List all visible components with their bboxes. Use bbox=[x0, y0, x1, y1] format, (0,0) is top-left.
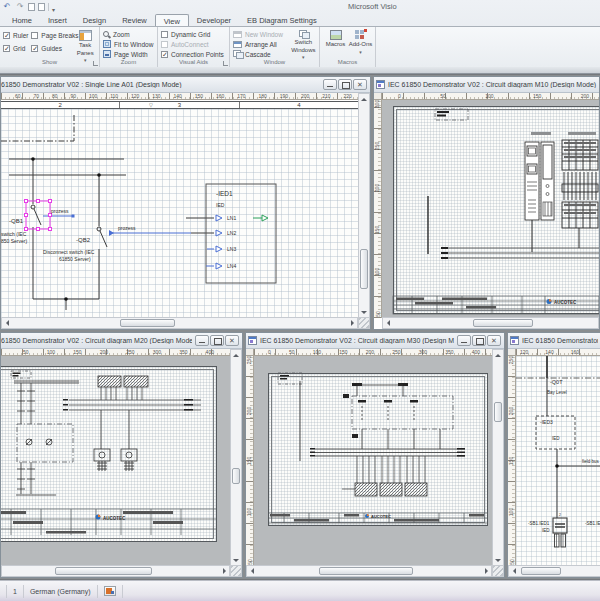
minimize-button[interactable] bbox=[323, 79, 337, 90]
window-single-line-a01[interactable]: 61850 Demonstrator V02 : Single Line A01… bbox=[0, 76, 371, 330]
horizontal-scrollbar[interactable] bbox=[1, 317, 358, 329]
minimize-button[interactable] bbox=[195, 335, 209, 346]
port-label-ln4: LN4 bbox=[227, 263, 236, 269]
window-title-bar[interactable]: IEC 61850 Demonstrator V02 : Circuit dia… bbox=[246, 333, 504, 349]
scroll-left-icon[interactable] bbox=[248, 568, 254, 574]
zoom-button[interactable]: Zoom bbox=[103, 29, 155, 39]
horizontal-scrollbar[interactable] bbox=[508, 565, 600, 577]
horizontal-scroll-thumb[interactable] bbox=[120, 319, 175, 327]
connection-points-label: Connection Points bbox=[171, 51, 224, 58]
ruler-checkbox[interactable]: Ruler bbox=[3, 31, 31, 40]
window-title: IEC 61850 Demonstrator V02 : Circuit dia… bbox=[260, 337, 454, 344]
close-button[interactable] bbox=[353, 79, 367, 90]
circuit-m30-diagram[interactable]: AUCOTEC bbox=[254, 356, 492, 566]
scroll-left-icon[interactable] bbox=[3, 320, 9, 326]
undo-icon[interactable]: ↶ bbox=[2, 2, 12, 11]
ruler-number: 150 bbox=[508, 457, 516, 465]
close-button[interactable] bbox=[225, 335, 239, 346]
new-window-icon[interactable] bbox=[38, 3, 45, 11]
minimize-button[interactable] bbox=[457, 335, 471, 346]
ruler-number: 0 bbox=[268, 349, 271, 355]
ruler-number: 120 bbox=[520, 349, 528, 355]
redo-icon[interactable]: ↷ bbox=[15, 2, 25, 11]
checkbox-icon[interactable] bbox=[31, 32, 38, 39]
macros-button[interactable]: Macros bbox=[323, 28, 348, 59]
checkbox-icon[interactable] bbox=[31, 45, 38, 52]
window-title-bar[interactable]: 61850 Demonstrator V02 : Circuit diagram… bbox=[1, 333, 242, 349]
bay-level-diagram[interactable]: -Q0T Bay Level -IED3 IED field bus 2 -SB… bbox=[516, 356, 600, 566]
vertical-scrollbar[interactable] bbox=[492, 349, 504, 566]
scroll-up-icon[interactable] bbox=[233, 351, 239, 357]
window-title-bar[interactable]: IEC 61850 Demonstrator V02 : bbox=[508, 333, 600, 349]
checkbox-icon[interactable] bbox=[161, 31, 168, 38]
fit-to-window-button[interactable]: Fit to Window bbox=[103, 39, 155, 49]
window-single-line-partial[interactable]: IEC 61850 Demonstrator V02 : 120140160 2… bbox=[507, 332, 600, 578]
scroll-up-icon[interactable] bbox=[495, 351, 501, 357]
horizontal-scrollbar[interactable] bbox=[382, 317, 599, 329]
grid-checkbox[interactable]: Grid bbox=[3, 44, 31, 53]
maximize-button[interactable] bbox=[210, 335, 224, 346]
page-breaks-checkbox[interactable]: Page Breaks bbox=[31, 31, 73, 40]
ruler-number: 200 bbox=[246, 406, 254, 414]
horizontal-scroll-thumb[interactable] bbox=[521, 567, 561, 575]
arrange-all-button[interactable]: Arrange All bbox=[233, 39, 290, 49]
scroll-left-icon[interactable] bbox=[510, 568, 516, 574]
horizontal-scrollbar[interactable] bbox=[1, 565, 230, 577]
ruler-number: 300 bbox=[374, 100, 382, 108]
horizontal-scrollbar[interactable] bbox=[246, 565, 492, 577]
resize-grip[interactable] bbox=[492, 565, 504, 577]
show-dialog-launcher-icon[interactable] bbox=[93, 61, 98, 66]
checkbox-icon[interactable] bbox=[161, 51, 168, 58]
circuit-m20-diagram[interactable]: AUCOTEC bbox=[1, 356, 230, 566]
ruler-number: 140 bbox=[545, 349, 553, 355]
checkbox-icon[interactable] bbox=[3, 45, 10, 52]
horizontal-ruler: 050100150200250300350400 bbox=[254, 349, 492, 356]
close-button[interactable] bbox=[487, 335, 501, 346]
connection-points-checkbox[interactable]: Connection Points bbox=[161, 49, 227, 59]
resize-grip[interactable] bbox=[358, 317, 370, 329]
document-icon[interactable] bbox=[28, 3, 35, 11]
resize-grip[interactable] bbox=[230, 565, 242, 577]
language-indicator[interactable]: German (Germany) bbox=[30, 588, 91, 595]
checkbox-icon[interactable] bbox=[3, 32, 10, 39]
horizontal-scroll-thumb[interactable] bbox=[55, 567, 152, 575]
dynamic-grid-checkbox[interactable]: Dynamic Grid bbox=[161, 29, 227, 39]
addons-button[interactable]: Add-Ons bbox=[348, 28, 373, 59]
vertical-scroll-thumb[interactable] bbox=[360, 249, 368, 289]
scroll-down-icon[interactable] bbox=[233, 559, 239, 565]
sb1-subtitle: IED bbox=[542, 528, 550, 533]
scroll-down-icon[interactable] bbox=[361, 311, 367, 317]
maximize-button[interactable] bbox=[472, 335, 486, 346]
single-line-diagram[interactable]: -QB1 switch (IEC 850 Server) prozess -QB… bbox=[1, 109, 358, 318]
task-panes-button[interactable]: Task Panes bbox=[73, 28, 97, 63]
scroll-down-icon[interactable] bbox=[495, 559, 501, 565]
cascade-button[interactable]: Cascade bbox=[233, 49, 290, 59]
guides-checkbox[interactable]: Guides bbox=[31, 44, 73, 53]
window-title-bar[interactable]: 61850 Demonstrator V02 : Single Line A01… bbox=[1, 77, 370, 93]
window-circuit-m20[interactable]: 61850 Demonstrator V02 : Circuit diagram… bbox=[0, 332, 243, 578]
scroll-up-icon[interactable] bbox=[361, 95, 367, 101]
switch-windows-button[interactable]: Switch Windows bbox=[290, 28, 317, 60]
aucotec-logo-text: AUCOTEC bbox=[103, 516, 126, 521]
vertical-scroll-thumb[interactable] bbox=[494, 402, 502, 422]
vertical-scrollbar[interactable] bbox=[230, 349, 242, 566]
port-label-ln2: LN2 bbox=[227, 230, 236, 236]
scroll-right-icon[interactable] bbox=[223, 568, 229, 574]
page-width-button[interactable]: Page Width bbox=[103, 49, 155, 59]
page-indicator[interactable]: 1 bbox=[13, 588, 17, 595]
horizontal-scroll-thumb[interactable] bbox=[473, 319, 533, 327]
maximize-button[interactable] bbox=[338, 79, 352, 90]
visual-aids-dialog-launcher-icon[interactable] bbox=[223, 61, 228, 66]
window-circuit-m30[interactable]: IEC 61850 Demonstrator V02 : Circuit dia… bbox=[245, 332, 505, 578]
scroll-right-icon[interactable] bbox=[351, 320, 357, 326]
vertical-scroll-thumb[interactable] bbox=[232, 468, 240, 484]
window-circuit-m10[interactable]: IEC 61850 Demonstrator V02 : Circuit dia… bbox=[373, 76, 600, 330]
horizontal-scroll-thumb[interactable] bbox=[319, 567, 413, 575]
scroll-left-icon[interactable] bbox=[384, 320, 390, 326]
window-title-bar[interactable]: IEC 61850 Demonstrator V02 : Circuit dia… bbox=[374, 77, 599, 93]
circuit-m10-diagram[interactable]: AUCOTEC bbox=[382, 100, 599, 318]
scroll-right-icon[interactable] bbox=[485, 568, 491, 574]
app-chrome: ↶ ↷ Microsoft Visio Home Insert Design R… bbox=[0, 0, 600, 74]
vertical-scrollbar[interactable] bbox=[358, 93, 370, 318]
language-icon[interactable] bbox=[104, 586, 116, 596]
